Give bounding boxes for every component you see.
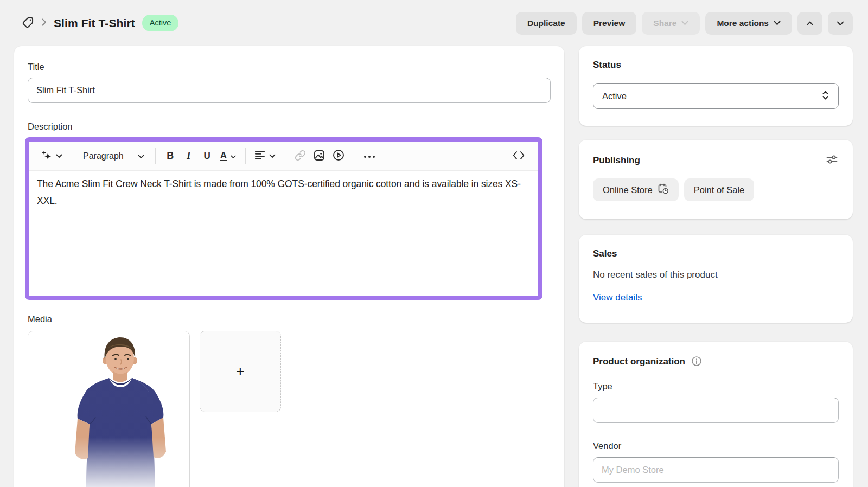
text-color-button[interactable]: A <box>216 146 240 166</box>
description-editor[interactable]: The Acme Slim Fit Crew Neck T-Shirt is m… <box>29 171 538 214</box>
link-icon <box>295 150 306 163</box>
vendor-label: Vendor <box>593 441 839 451</box>
manage-publishing-button[interactable] <box>825 153 839 168</box>
sales-card: Sales No recent sales of this product Vi… <box>579 235 853 323</box>
page-header: Slim Fit T-Shirt Active Duplicate Previe… <box>0 0 868 46</box>
sales-channels: Online Store Point of Sale <box>593 178 839 201</box>
status-select[interactable]: Active <box>593 83 839 109</box>
media-label: Media <box>28 313 551 324</box>
status-heading: Status <box>593 59 839 71</box>
chevron-down-icon <box>231 151 236 162</box>
align-left-icon <box>255 151 265 161</box>
organization-heading: Product organization <box>593 356 685 367</box>
info-icon[interactable] <box>690 355 703 368</box>
paragraph-style-label: Paragraph <box>83 151 124 161</box>
description-text: The Acme Slim Fit Crew Neck T-Shirt is m… <box>37 176 531 209</box>
status-card: Status Active <box>579 46 853 126</box>
title-label: Title <box>28 61 551 72</box>
tag-icon <box>22 16 34 30</box>
insert-video-button[interactable] <box>329 146 348 166</box>
duplicate-button[interactable]: Duplicate <box>516 12 577 35</box>
product-image-thumbnail[interactable] <box>28 331 190 487</box>
description-label: Description <box>28 121 551 132</box>
code-icon <box>513 151 525 162</box>
more-icon <box>363 152 375 160</box>
rich-text-toolbar: Paragraph B I U A <box>29 142 538 171</box>
video-icon <box>333 149 344 163</box>
insert-link-button[interactable] <box>291 146 310 166</box>
paragraph-style-dropdown[interactable]: Paragraph <box>78 146 150 166</box>
previous-product-button[interactable] <box>797 12 822 35</box>
sales-heading: Sales <box>593 248 839 259</box>
sales-empty-message: No recent sales of this product <box>593 269 839 280</box>
product-photo-man-navy-tshirt <box>28 331 189 487</box>
preview-button[interactable]: Preview <box>582 12 637 35</box>
ai-generate-button[interactable] <box>37 146 66 166</box>
breadcrumb-chevron-icon <box>42 18 47 28</box>
chevron-down-icon <box>138 151 144 161</box>
underline-button[interactable]: U <box>198 146 216 166</box>
text-align-dropdown[interactable] <box>251 146 279 166</box>
chevron-up-icon <box>806 18 814 28</box>
calendar-clock-icon <box>658 183 669 196</box>
chevron-down-icon <box>837 18 844 28</box>
more-actions-label: More actions <box>717 18 769 28</box>
add-media-button[interactable]: + <box>200 331 281 412</box>
chevron-down-icon <box>56 152 62 160</box>
toolbar-divider <box>285 148 285 164</box>
product-organization-card: Product organization Type Vendor <box>579 342 853 487</box>
more-formatting-button[interactable] <box>360 146 379 166</box>
toolbar-divider <box>354 148 354 164</box>
title-input[interactable] <box>28 78 551 103</box>
status-badge: Active <box>142 15 179 31</box>
status-select-value: Active <box>602 91 627 101</box>
description-editor-highlight: Paragraph B I U A <box>25 137 542 300</box>
view-details-link[interactable]: View details <box>593 292 642 303</box>
vendor-input[interactable] <box>593 457 839 483</box>
sparkle-icon <box>41 150 52 163</box>
chevron-down-icon <box>681 21 688 25</box>
image-icon <box>314 150 325 163</box>
page-title: Slim Fit T-Shirt <box>54 17 135 30</box>
breadcrumb: Slim Fit T-Shirt Active <box>21 15 178 31</box>
text-color-glyph: A <box>220 151 227 162</box>
more-actions-button[interactable]: More actions <box>705 12 792 35</box>
media-gallery: + <box>28 331 551 487</box>
type-input[interactable] <box>593 398 839 423</box>
channel-point-of-sale: Point of Sale <box>684 178 755 201</box>
type-label: Type <box>593 381 839 392</box>
bold-button[interactable]: B <box>161 146 180 166</box>
select-updown-icon <box>821 90 829 102</box>
channel-online-store-label: Online Store <box>603 185 653 195</box>
products-breadcrumb-button[interactable] <box>21 16 35 30</box>
chevron-down-icon <box>269 152 276 160</box>
toolbar-divider <box>245 148 246 164</box>
product-details-card: Title Description <box>14 46 564 487</box>
next-product-button[interactable] <box>828 12 853 35</box>
channel-online-store: Online Store <box>593 178 679 201</box>
share-button-label: Share <box>653 18 676 28</box>
publishing-heading: Publishing <box>593 155 640 166</box>
toolbar-divider <box>155 148 156 164</box>
toolbar-divider <box>72 148 72 164</box>
product-detail-page: Slim Fit T-Shirt Active Duplicate Previe… <box>0 0 868 487</box>
channel-pos-label: Point of Sale <box>694 185 745 195</box>
sliders-icon <box>826 154 838 166</box>
publishing-card: Publishing Online Store <box>579 140 853 219</box>
share-button[interactable]: Share <box>642 12 700 35</box>
show-html-button[interactable] <box>509 146 528 166</box>
insert-image-button[interactable] <box>310 146 329 166</box>
chevron-down-icon <box>774 21 781 25</box>
plus-icon: + <box>236 363 245 380</box>
italic-button[interactable]: I <box>180 146 198 166</box>
header-actions: Duplicate Preview Share More actions <box>516 12 853 35</box>
